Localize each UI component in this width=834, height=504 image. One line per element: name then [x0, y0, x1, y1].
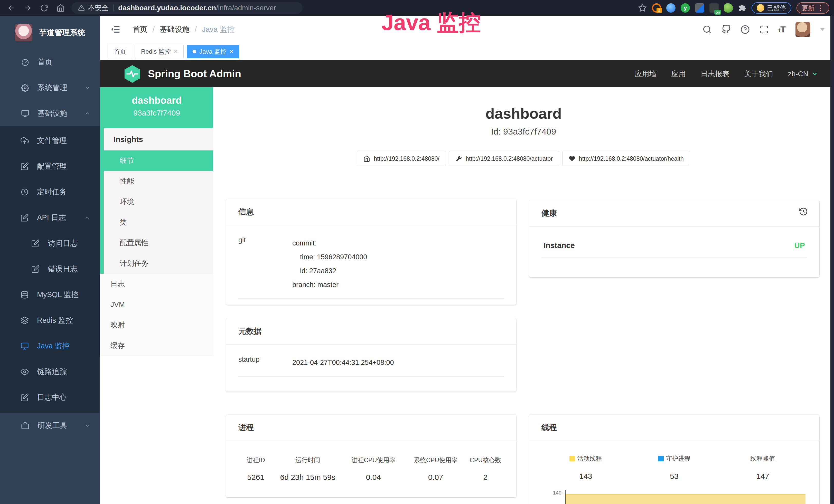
- browser-refresh-button[interactable]: [39, 3, 49, 13]
- browser-back-button[interactable]: [6, 3, 17, 13]
- threads-card-title: 线程: [529, 415, 819, 441]
- browser-toolbar-right: 1 y on 已暂停 更新 ⋮: [638, 0, 829, 16]
- browser-home-button[interactable]: [56, 3, 66, 13]
- sidebar-item-access-log[interactable]: 访问日志: [0, 231, 100, 256]
- url-path: /infra/admin-server: [216, 4, 276, 12]
- info-card: 信息 git commit: time: 1596289704000 id: 2…: [226, 199, 516, 305]
- sba-nav: 应用墙 应用 日志报表 关于我们 zh-CN: [635, 69, 818, 79]
- help-icon[interactable]: [741, 25, 750, 34]
- extension-icon-orange[interactable]: 1: [652, 3, 661, 13]
- extension-icon-y[interactable]: y: [681, 3, 690, 13]
- tab-redis-monitor[interactable]: Redis 监控 ×: [135, 45, 184, 58]
- sidebar-item-log-center[interactable]: 日志中心: [0, 385, 100, 410]
- sba-navbar: Spring Boot Admin 应用墙 应用 日志报表 关于我们 zh-CN: [100, 60, 834, 87]
- sidebar-item-redis[interactable]: Redis 监控: [0, 307, 100, 333]
- health-url-button[interactable]: http://192.168.0.2:48080/actuator/health: [562, 151, 690, 166]
- extension-icon-drop[interactable]: [666, 3, 676, 13]
- search-icon[interactable]: [702, 25, 712, 34]
- breadcrumb-home[interactable]: 首页: [133, 24, 148, 35]
- address-bar[interactable]: 不安全 dashboard.yudao.iocoder.cn/infra/adm…: [71, 2, 303, 14]
- spring-boot-admin-logo: [124, 65, 141, 83]
- process-cpu: 0.04: [345, 473, 402, 482]
- sidebar-toggle-button[interactable]: [111, 24, 121, 35]
- metadata-card: 元数据 startup 2021-04-27T00:44:31.254+08:0…: [226, 318, 516, 392]
- user-menu-caret-icon[interactable]: [820, 28, 825, 31]
- history-icon[interactable]: [799, 207, 808, 216]
- url-host: dashboard.yudao.iocoder.cn: [118, 4, 216, 12]
- side-item-jvm[interactable]: JVM: [100, 294, 213, 315]
- system-cpu: 0.07: [407, 473, 464, 482]
- side-item-classes[interactable]: 类: [100, 212, 213, 233]
- instance-id: 93a3fc7f7409: [100, 109, 213, 117]
- side-item-scheduled-tasks[interactable]: 计划任务: [100, 253, 213, 274]
- paused-label: 已暂停: [767, 4, 786, 12]
- side-item-caches[interactable]: 缓存: [100, 335, 213, 356]
- sba-title[interactable]: Spring Boot Admin: [148, 68, 241, 79]
- side-item-environment[interactable]: 环境: [100, 191, 213, 212]
- side-item-mappings[interactable]: 映射: [100, 315, 213, 335]
- java-monitor-icon: [21, 342, 29, 350]
- clock-icon: [21, 188, 29, 196]
- avatar[interactable]: [795, 22, 810, 37]
- health-instance-row[interactable]: Instance UP: [542, 237, 807, 257]
- close-icon[interactable]: ×: [174, 47, 178, 55]
- metadata-value: 2021-04-27T00:44:31.254+08:00: [292, 356, 504, 369]
- browser-forward-button[interactable]: [23, 3, 33, 13]
- sidebar-item-system[interactable]: 系统管理: [0, 75, 100, 101]
- eye-icon: [21, 368, 29, 376]
- sidebar-item-infra[interactable]: 基础设施: [0, 101, 100, 126]
- sba-nav-wallboard[interactable]: 应用墙: [635, 69, 657, 79]
- sidebar-item-job[interactable]: 定时任务: [0, 179, 100, 205]
- sba-nav-journal[interactable]: 日志报表: [701, 69, 729, 79]
- fullscreen-icon[interactable]: [760, 25, 769, 34]
- instance-id-line: Id: 93a3fc7f7409: [213, 127, 834, 137]
- side-item-metrics[interactable]: 性能: [100, 171, 213, 191]
- sidebar-item-mysql[interactable]: MySQL 监控: [0, 282, 100, 307]
- sidebar-item-home[interactable]: 首页: [0, 49, 100, 75]
- sidebar-item-api-log[interactable]: API 日志: [0, 205, 100, 231]
- breadcrumb-infra[interactable]: 基础设施: [160, 24, 190, 35]
- language-selector[interactable]: zh-CN: [788, 70, 818, 78]
- github-icon[interactable]: [722, 25, 731, 34]
- sba-nav-applications[interactable]: 应用: [672, 69, 686, 79]
- actuator-url-button[interactable]: http://192.168.0.2:48080/actuator: [449, 151, 559, 166]
- close-icon[interactable]: ×: [229, 47, 234, 55]
- side-item-logs[interactable]: 日志: [100, 274, 213, 294]
- extension-icon-grid[interactable]: [695, 3, 704, 13]
- sidebar-item-file[interactable]: 文件管理: [0, 128, 100, 154]
- app-logo-row[interactable]: 芋道管理系统: [0, 16, 100, 49]
- sidebar-item-trace[interactable]: 链路追踪: [0, 359, 100, 385]
- health-card: 健康 Instance UP: [529, 200, 819, 277]
- threads-card: 线程 活动线程 143 守护进程 53 线: [529, 415, 819, 504]
- briefcase-icon: [21, 421, 29, 430]
- sidebar-item-config[interactable]: 配置管理: [0, 154, 100, 179]
- chevron-down-icon: [811, 71, 818, 77]
- paused-badge[interactable]: 已暂停: [751, 2, 791, 14]
- side-item-config-props[interactable]: 配置属性: [100, 233, 213, 253]
- tab-java-monitor[interactable]: Java 监控 ×: [187, 45, 239, 58]
- sidebar-item-error-log[interactable]: 错误日志: [0, 256, 100, 282]
- instance-main: dashboard Id: 93a3fc7f7409 http://192.16…: [213, 87, 834, 504]
- bookmark-star-icon[interactable]: [638, 4, 647, 12]
- info-key: git: [238, 236, 292, 292]
- browser-menu-icon[interactable]: ⋮: [817, 4, 824, 12]
- sidebar-item-java[interactable]: Java 监控: [0, 333, 100, 359]
- extension-on-badge: on: [714, 10, 721, 15]
- admin-sidebar: 芋道管理系统 首页 系统管理 基础设施 文件管理 配置管理: [0, 16, 100, 504]
- service-url-button[interactable]: http://192.168.0.2:48080/: [357, 151, 446, 166]
- metadata-key: startup: [238, 356, 292, 369]
- side-item-details[interactable]: 细节: [100, 151, 213, 171]
- sidebar-item-dev-tools[interactable]: 研发工具: [0, 413, 100, 438]
- sba-nav-about[interactable]: 关于我们: [744, 69, 773, 79]
- security-warning-icon: [78, 5, 85, 11]
- chevron-up-icon: [84, 110, 90, 117]
- font-size-icon[interactable]: tT: [778, 24, 786, 35]
- cloud-upload-icon: [21, 137, 29, 145]
- update-button[interactable]: 更新 ⋮: [796, 2, 829, 14]
- emoji-face-icon: [757, 4, 764, 12]
- instance-header[interactable]: dashboard 93a3fc7f7409: [100, 87, 213, 129]
- tab-home[interactable]: 首页: [108, 45, 132, 58]
- extensions-puzzle-icon[interactable]: [738, 4, 746, 12]
- extension-icon-leaf[interactable]: [724, 3, 733, 13]
- extension-icon-switch[interactable]: on: [709, 3, 719, 13]
